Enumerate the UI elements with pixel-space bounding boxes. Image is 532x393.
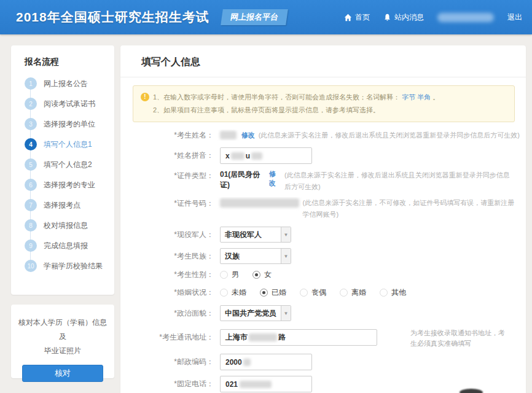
row-zipcode: *邮政编码： 2000 — [120, 354, 520, 370]
marital-option-widowed: 丧偶 — [300, 287, 326, 298]
modify-id-type-link[interactable]: 修改 — [269, 169, 281, 188]
sidebar-step-choose-exam-site[interactable]: 选择报考点 — [44, 200, 80, 211]
steps-list: 1 网上报名公告 2 阅读考试承诺书 3 选择报考的单位 4 填写个人信息1 5… — [25, 77, 114, 272]
candidate-name-note: (此信息来源于实名注册，修改后退出系统且关闭浏览器重新登录并同步信息后方可生效) — [259, 130, 520, 141]
step-circle-6: 6 — [25, 179, 37, 191]
step-circle-9: 9 — [25, 239, 37, 252]
username-redacted — [437, 13, 494, 22]
id-type-note: (此信息来源于实名注册，修改后退出系统且关闭浏览器重新登录并同步信息后方可生效) — [284, 169, 515, 192]
header-nav: 首页 站内消息 退出 — [344, 12, 522, 23]
landline-visible: 021 — [225, 380, 238, 389]
zipcode-input[interactable]: 2000 — [220, 354, 312, 370]
steps-connector-line — [30, 84, 31, 261]
sidebar-step-verification-result[interactable]: 学籍学历校验结果 — [44, 261, 103, 271]
candidate-name-redacted — [220, 131, 237, 139]
sidebar-step-finish[interactable]: 完成信息填报 — [44, 241, 88, 251]
verify-text: 核对本人学历（学籍）信息及 毕业证照片 — [18, 316, 107, 357]
radio-married-label: 已婚 — [272, 287, 286, 298]
mailing-address-hint: 为考生接收录取通知书地址，考生必须真实准确填写 — [410, 327, 509, 348]
mailing-address-label: *考生通讯地址： — [120, 332, 220, 343]
halfwidth-help-link[interactable]: 半角 — [417, 93, 431, 101]
landline-redacted — [240, 381, 272, 388]
step-item-8: 8 校对填报信息 — [25, 219, 114, 232]
bell-icon — [383, 14, 391, 21]
personal-info-form: *考生姓名： 修改 (此信息来源于实名注册，修改后退出系统且关闭浏览器重新登录并… — [120, 122, 526, 393]
radio-divorced[interactable] — [340, 289, 348, 297]
step-item-10: 10 学籍学历校验结果 — [25, 260, 114, 272]
row-marital-status: *婚姻状况： 未婚 已婚 丧偶 离婚 其他 — [120, 287, 520, 298]
political-status-value: 中国共产党党员 — [221, 308, 281, 319]
sidebar-step-announcement[interactable]: 网上报名公告 — [44, 79, 88, 89]
political-status-label: *政治面貌： — [120, 308, 220, 319]
radio-widowed-label: 丧偶 — [311, 287, 326, 298]
radio-other[interactable] — [380, 289, 388, 297]
step-circle-4: 4 — [25, 138, 37, 150]
steps-panel-title: 报名流程 — [25, 56, 114, 68]
sidebar-step-commitment[interactable]: 阅读考试承诺书 — [44, 99, 95, 109]
step-item-3: 3 选择报考的单位 — [25, 118, 114, 130]
pinyin-redacted-1 — [231, 152, 244, 160]
name-pinyin-label: *姓名拼音： — [120, 150, 220, 161]
candidate-name-label: *考生姓名： — [120, 130, 220, 141]
radio-single[interactable] — [220, 289, 228, 297]
byte-help-link[interactable]: 字节 — [402, 93, 415, 101]
marital-status-label: *婚姻状况： — [120, 287, 220, 298]
logout-button[interactable]: 退出 — [507, 12, 522, 23]
address-redacted — [249, 333, 277, 341]
page-title: 填写个人信息 — [141, 56, 200, 67]
ethnicity-select[interactable]: 汉族 ▼ — [220, 248, 291, 264]
id-type-label: *证件类型： — [120, 169, 220, 181]
radio-female[interactable] — [252, 271, 260, 279]
zipcode-redacted — [243, 359, 251, 366]
ethnicity-label: *考生民族： — [120, 251, 220, 262]
row-ethnicity: *考生民族： 汉族 ▼ — [120, 248, 520, 264]
step-item-6: 6 选择报考的专业 — [25, 179, 114, 191]
sidebar-step-choose-unit[interactable]: 选择报考的单位 — [44, 119, 95, 130]
zipcode-visible: 2000 — [225, 358, 242, 367]
radio-married[interactable] — [260, 289, 268, 297]
cutoff-artifact — [460, 389, 483, 393]
marital-option-other: 其他 — [380, 287, 406, 298]
home-icon — [344, 14, 352, 21]
step-circle-1: 1 — [25, 77, 37, 90]
military-status-value: 非现役军人 — [221, 230, 281, 240]
nav-home[interactable]: 首页 — [344, 12, 370, 23]
mailing-address-input[interactable]: 上海市 路 — [220, 329, 377, 346]
row-mailing-address: *考生通讯地址： 上海市 路 为考生接收录取通知书地址，考生必须真实准确填写 — [120, 327, 520, 348]
pinyin-part2: u — [246, 152, 250, 160]
marital-option-married: 已婚 — [260, 287, 286, 298]
sidebar-step-personal-info-1[interactable]: 填写个人信息1 — [44, 139, 92, 150]
sidebar-step-choose-major[interactable]: 选择报考的专业 — [44, 180, 95, 190]
name-pinyin-input[interactable]: x u — [220, 147, 312, 164]
political-status-select[interactable]: 中国共产党党员 ▼ — [220, 305, 291, 321]
gender-label: *考生性别： — [120, 270, 220, 280]
id-number-label: *证件号码： — [120, 197, 220, 209]
pinyin-part1: x — [225, 152, 230, 160]
verify-text-line2: 毕业证照片 — [18, 344, 107, 358]
step-item-2: 2 阅读考试承诺书 — [25, 98, 114, 110]
zipcode-label: *邮政编码： — [120, 357, 220, 367]
row-military-status: *现役军人： 非现役军人 ▼ — [120, 227, 520, 243]
modify-name-link[interactable]: 修改 — [241, 131, 255, 140]
registration-steps-panel: 报名流程 1 网上报名公告 2 阅读考试承诺书 3 选择报考的单位 4 填写个人… — [11, 45, 114, 295]
military-status-select[interactable]: 非现役军人 ▼ — [220, 227, 291, 243]
marital-option-divorced: 离婚 — [340, 287, 366, 298]
radio-single-label: 未婚 — [232, 287, 246, 298]
degree-verify-panel: 核对本人学历（学籍）信息及 毕业证照片 核对 — [11, 305, 114, 378]
row-id-number: *证件号码： (此信息来源于实名注册，不可修改，如证件号码填写有误，请重新注册学… — [120, 197, 520, 220]
landline-input[interactable]: 021 — [220, 376, 312, 392]
main-header: 填写个人信息 — [120, 45, 526, 77]
row-gender: *考生性别： 男 女 — [120, 270, 520, 280]
sidebar-step-personal-info-2[interactable]: 填写个人信息2 — [44, 160, 92, 170]
nav-messages[interactable]: 站内消息 — [383, 12, 424, 23]
row-political-status: *政治面貌： 中国共产党党员 ▼ — [120, 305, 520, 321]
radio-male[interactable] — [220, 271, 228, 279]
verify-button[interactable]: 核对 — [22, 365, 103, 382]
row-name-pinyin: *姓名拼音： x u — [120, 147, 520, 164]
sidebar-step-proofread[interactable]: 校对填报信息 — [44, 220, 88, 231]
step-item-7: 7 选择报考点 — [25, 199, 114, 211]
id-number-redacted — [220, 198, 299, 208]
notice-line-2: 2、如果项目有注意事项，鼠标悬停页面将显示提示信息，请参考填写选择。 — [141, 104, 508, 117]
registration-page: { "header": { "title": "2018年全国硕士研究生招生考试… — [0, 0, 532, 393]
radio-widowed[interactable] — [300, 289, 308, 297]
